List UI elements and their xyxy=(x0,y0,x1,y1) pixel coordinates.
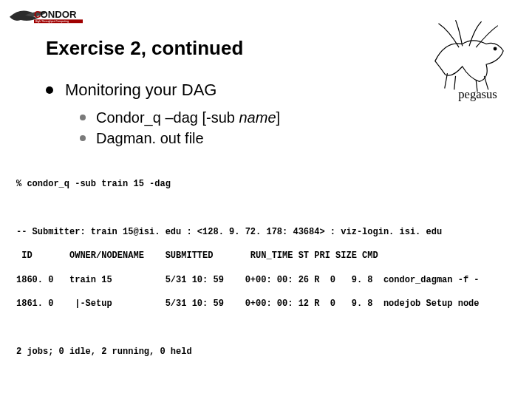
bullet-monitoring: Monitoring your DAG Condor_q –dag [-sub … xyxy=(46,81,510,149)
terminal-header: ID OWNER/NODENAME SUBMITTED RUN_TIME ST … xyxy=(16,250,510,262)
sub-text-italic: name xyxy=(239,109,276,126)
svg-text:ONDOR: ONDOR xyxy=(40,9,77,20)
terminal-cmd: % condor_q -sub train 15 -dag xyxy=(16,178,510,190)
terminal-blank2 xyxy=(16,321,510,333)
sub-text-prefix: Dagman. out file xyxy=(96,130,204,146)
sub-bullet-condorq: Condor_q –dag [-sub name] xyxy=(80,107,510,128)
svg-point-4 xyxy=(494,47,497,50)
bullet-list: Monitoring your DAG Condor_q –dag [-sub … xyxy=(46,81,510,149)
terminal-footer: 2 jobs; 0 idle, 2 running, 0 held xyxy=(16,346,510,358)
bullet-heading: Monitoring your DAG xyxy=(65,81,216,99)
condor-logo: C ONDOR High Throughput Computing xyxy=(7,4,96,31)
terminal-blank xyxy=(16,202,510,214)
sub-bullet-dagman: Dagman. out file xyxy=(80,128,510,149)
terminal-row-1: 1861. 0 |-Setup 5/31 10: 59 0+00: 00: 12… xyxy=(16,298,510,310)
terminal-submitter: -- Submitter: train 15@isi. edu : <128. … xyxy=(16,226,510,238)
sub-text-prefix: Condor_q –dag [-sub xyxy=(96,109,239,126)
sub-bullet-list: Condor_q –dag [-sub name] Dagman. out fi… xyxy=(65,107,510,149)
terminal-row-0: 1860. 0 train 15 5/31 10: 59 0+00: 00: 2… xyxy=(16,274,510,286)
svg-text:High Throughput Computing: High Throughput Computing xyxy=(35,20,69,23)
terminal-output: % condor_q -sub train 15 -dag -- Submitt… xyxy=(16,166,510,381)
bird-icon: C ONDOR High Throughput Computing xyxy=(7,4,96,31)
sub-text-suffix: ] xyxy=(276,109,281,126)
